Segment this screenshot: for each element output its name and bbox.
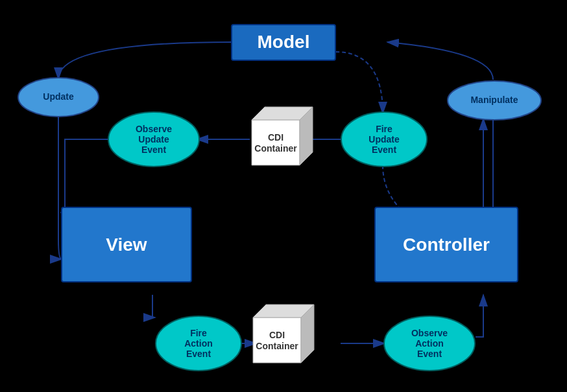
fire-action-label-2: Action [184,338,213,349]
observe-action-label-2: Action [415,338,444,349]
upper-cdi-label-2: Container [254,143,297,154]
fire-action-label-1: Fire [190,328,207,338]
observe-update-label-2: Update [138,134,169,144]
observe-update-label-3: Event [141,144,166,155]
upper-cdi-label-1: CDI [268,132,284,143]
observe-action-label-3: Event [417,349,442,359]
fire-action-label-3: Event [186,349,211,359]
lower-cdi-label-2: Container [256,341,298,351]
fire-update-label-3: Event [372,144,396,155]
view-label: View [106,235,147,255]
observe-update-label-1: Observe [136,124,172,134]
controller-label: Controller [403,235,490,255]
fire-update-label-2: Update [368,134,400,144]
manipulate-label: Manipulate [470,95,518,105]
fire-update-label-1: Fire [376,124,392,134]
observe-action-label-1: Observe [411,328,448,338]
model-label: Model [258,32,310,52]
lower-cdi-label-1: CDI [269,330,285,340]
update-label: Update [43,91,74,102]
